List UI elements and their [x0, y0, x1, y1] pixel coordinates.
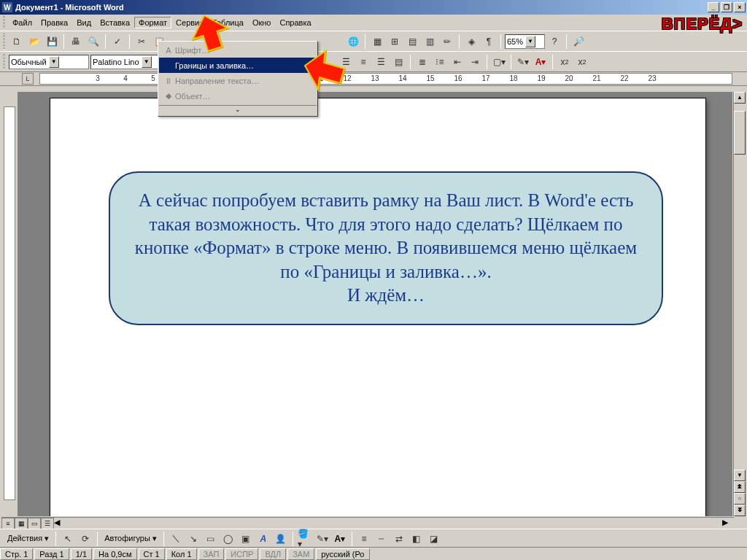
font-color-draw-icon[interactable]: A▾ [332, 531, 348, 547]
scroll-thumb[interactable] [734, 111, 746, 155]
menu-expand-icon[interactable]: ⌄ [159, 105, 317, 115]
actions-button[interactable]: Действия ▾ [4, 534, 52, 543]
menu-tools[interactable]: Сервис [171, 17, 208, 28]
wordart-icon[interactable]: A [255, 531, 271, 547]
find-icon[interactable]: 🔎 [570, 34, 587, 50]
horizontal-ruler[interactable]: L 34567891011121314151617181920212223 [0, 71, 747, 86]
menu-bar: Файл Правка Вид Вставка Формат Сервис Та… [0, 15, 747, 31]
highlight-icon[interactable]: ✎▾ [515, 54, 531, 70]
browse-object-icon[interactable]: ○ [734, 493, 746, 505]
fill-color-icon[interactable]: 🪣▾ [297, 531, 313, 547]
status-lang[interactable]: русский (Ро [316, 548, 369, 560]
status-at: На 0,9см [93, 548, 136, 560]
document-map-icon[interactable]: ◈ [463, 34, 479, 50]
web-view-icon[interactable]: ▦ [15, 518, 28, 529]
hyperlink-icon[interactable]: 🌐 [345, 34, 361, 50]
show-paragraph-icon[interactable]: ¶ [481, 34, 497, 50]
new-doc-icon[interactable]: 🗋 [9, 34, 25, 50]
close-button[interactable]: × [734, 2, 746, 12]
word-icon: W [1, 1, 13, 13]
menu-help[interactable]: Справка [275, 17, 315, 28]
format-dropdown: A Шрифт… Границы и заливка… ll Направлен… [158, 41, 318, 117]
align-center-icon[interactable]: ≡ [355, 54, 371, 70]
oval-icon[interactable]: ◯ [220, 531, 236, 547]
next-page-icon[interactable]: ⯯ [734, 505, 746, 516]
normal-view-icon[interactable]: ≡ [1, 518, 15, 529]
scroll-down-icon[interactable]: ▼ [734, 470, 746, 481]
menu-item-borders[interactable]: Границы и заливка… [159, 58, 317, 73]
subscript-icon[interactable]: x2 [574, 54, 590, 70]
instruction-callout: А сейчас попробуем вставить рамку на Ваш… [109, 171, 663, 325]
menu-window[interactable]: Окно [248, 17, 276, 28]
numbered-list-icon[interactable]: ≣ [414, 54, 430, 70]
increase-indent-icon[interactable]: ⇥ [467, 54, 483, 70]
columns-icon[interactable]: ▥ [422, 34, 438, 50]
horizontal-scrollbar[interactable]: ≡ ▦ ▭ ☰ ◀ ▶ [1, 517, 734, 529]
cut-icon[interactable]: ✂ [133, 34, 150, 50]
prev-page-icon[interactable]: ⯭ [734, 481, 746, 493]
select-objects-icon[interactable]: ↖ [60, 531, 76, 547]
shadow-icon[interactable]: ◧ [409, 531, 425, 547]
align-right-icon[interactable]: ☰ [373, 54, 389, 70]
spellcheck-icon[interactable]: ✓ [109, 34, 125, 50]
tables-borders-icon[interactable]: ▦ [369, 34, 385, 50]
status-section: Разд 1 [34, 548, 69, 560]
vertical-scrollbar[interactable]: ▲ ▼ ⯭ ○ ⯯ [733, 92, 746, 516]
vertical-ruler[interactable] [1, 92, 18, 516]
restore-button[interactable]: ❐ [721, 2, 732, 12]
menu-file[interactable]: Файл [8, 17, 36, 28]
print-icon[interactable]: 🖶 [68, 34, 84, 50]
arrow-style-icon[interactable]: ⇄ [391, 531, 407, 547]
menu-view[interactable]: Вид [72, 17, 96, 28]
scroll-right-icon[interactable]: ▶ [722, 518, 734, 529]
line-style-icon[interactable]: ≡ [356, 531, 372, 547]
line-color-icon[interactable]: ✎▾ [314, 531, 330, 547]
scroll-left-icon[interactable]: ◀ [54, 518, 66, 529]
arrow-icon[interactable]: ↘ [185, 531, 201, 547]
zoom-combo[interactable]: 65%▼ [505, 34, 545, 49]
page[interactable]: А сейчас попробуем вставить рамку на Ваш… [50, 98, 706, 516]
minimize-button[interactable]: _ [708, 2, 719, 12]
font-color-icon[interactable]: A▾ [533, 54, 549, 70]
menu-format[interactable]: Формат [134, 17, 171, 28]
superscript-icon[interactable]: x2 [557, 54, 573, 70]
print-preview-icon[interactable]: 🔍 [85, 34, 101, 50]
insert-table-icon[interactable]: ⊞ [387, 34, 403, 50]
justify-icon[interactable]: ▤ [390, 54, 406, 70]
align-left-icon[interactable]: ☰ [338, 54, 354, 70]
menu-item-object[interactable]: ◆ Объект… [159, 88, 317, 104]
menu-item-text-direction[interactable]: ll Направление текста… [159, 73, 317, 88]
grip-icon [3, 16, 5, 29]
insert-worksheet-icon[interactable]: ▤ [404, 34, 420, 50]
rectangle-icon[interactable]: ▭ [203, 531, 219, 547]
window-title: Документ1 - Microsoft Word [15, 3, 124, 12]
scroll-up-icon[interactable]: ▲ [734, 92, 746, 104]
textbox-icon[interactable]: ▣ [238, 531, 254, 547]
open-icon[interactable]: 📂 [26, 34, 42, 50]
tab-selector-icon[interactable]: L [22, 73, 34, 85]
decrease-indent-icon[interactable]: ⇤ [449, 54, 465, 70]
print-layout-icon[interactable]: ▭ [28, 518, 41, 529]
menu-insert[interactable]: Вставка [96, 17, 134, 28]
3d-icon[interactable]: ◪ [426, 531, 442, 547]
document-area[interactable]: А сейчас попробуем вставить рамку на Ваш… [18, 92, 732, 516]
autoshapes-button[interactable]: Автофигуры ▾ [101, 534, 160, 543]
style-combo[interactable]: Обычный▼ [9, 55, 89, 69]
bullet-list-icon[interactable]: ⁝≡ [432, 54, 448, 70]
dash-style-icon[interactable]: ┄ [374, 531, 390, 547]
text-direction-icon: ll [162, 77, 175, 85]
line-icon[interactable]: ＼ [168, 531, 184, 547]
borders-icon[interactable]: ▢▾ [491, 54, 507, 70]
rotate-icon[interactable]: ⟳ [77, 531, 93, 547]
status-trk: ИСПР [225, 548, 258, 560]
drawing-icon[interactable]: ✏ [439, 34, 455, 50]
clipart-icon[interactable]: 👤 [273, 531, 289, 547]
menu-table[interactable]: Таблица [208, 17, 248, 28]
menu-item-font[interactable]: A Шрифт… [159, 42, 317, 58]
menu-edit[interactable]: Правка [36, 17, 72, 28]
save-icon[interactable]: 💾 [44, 34, 60, 50]
outline-view-icon[interactable]: ☰ [41, 518, 54, 529]
forward-label[interactable]: ВПЕРЁД> [662, 15, 743, 34]
font-combo[interactable]: Palatino Lino▼ [90, 55, 160, 69]
help-icon[interactable]: ? [546, 34, 562, 50]
